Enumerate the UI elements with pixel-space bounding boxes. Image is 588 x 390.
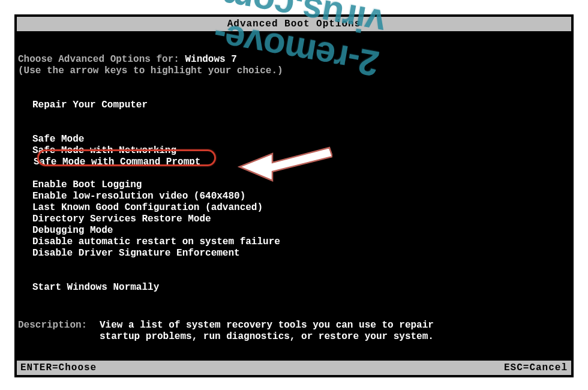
boot-screen: Advanced Boot Options Choose Advanced Op…: [14, 14, 574, 377]
option-disable-driver-sig[interactable]: Disable Driver Signature Enforcement: [18, 248, 570, 259]
os-name: Windows 7: [185, 54, 236, 65]
title-text: Advanced Boot Options: [227, 19, 361, 29]
footer-bar: ENTER=Choose ESC=Cancel: [17, 361, 571, 375]
highlight-annotation: [37, 149, 216, 166]
arrow-annotation: [236, 130, 332, 184]
footer-esc: ESC=Cancel: [504, 362, 568, 373]
footer-enter: ENTER=Choose: [20, 362, 97, 373]
option-last-known[interactable]: Last Known Good Configuration (advanced): [18, 202, 570, 214]
description-text: View a list of system recovery tools you…: [100, 320, 434, 343]
option-debug[interactable]: Debugging Mode: [18, 225, 570, 236]
option-dsrm[interactable]: Directory Services Restore Mode: [18, 214, 570, 225]
content-area: Choose Advanced Options for: Windows 7 (…: [14, 31, 574, 343]
hint-line: (Use the arrow keys to highlight your ch…: [18, 65, 570, 77]
option-repair[interactable]: Repair Your Computer: [18, 100, 570, 111]
description-label: Description:: [18, 320, 100, 343]
choose-line: Choose Advanced Options for: Windows 7: [18, 54, 570, 65]
title-bar: Advanced Boot Options: [17, 17, 571, 31]
option-start-normally[interactable]: Start Windows Normally: [18, 282, 570, 293]
option-disable-restart[interactable]: Disable automatic restart on system fail…: [18, 236, 570, 248]
option-low-res[interactable]: Enable low-resolution video (640x480): [18, 191, 570, 202]
description-block: Description: View a list of system recov…: [18, 320, 570, 343]
